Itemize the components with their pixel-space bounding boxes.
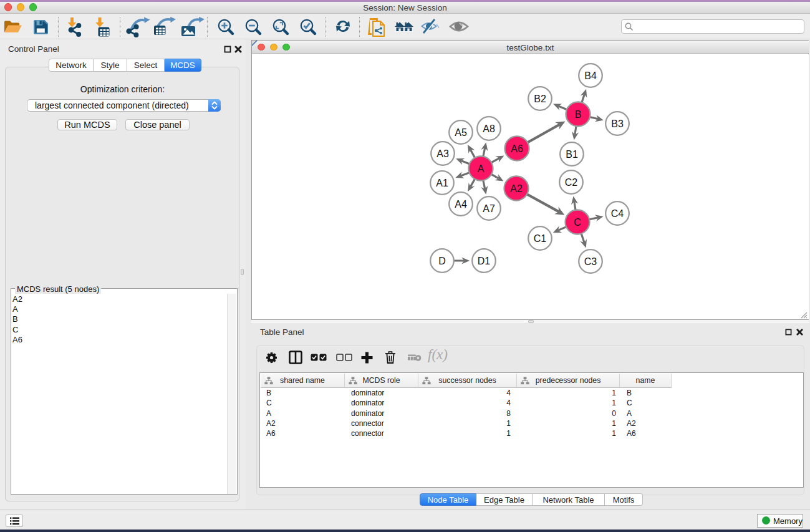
- svg-text:A5: A5: [455, 127, 467, 138]
- svg-text:C1: C1: [534, 233, 547, 244]
- svg-text:A3: A3: [436, 148, 449, 159]
- svg-text:A8: A8: [483, 123, 495, 134]
- svg-text:A2: A2: [510, 183, 523, 194]
- svg-text:B1: B1: [566, 149, 578, 160]
- svg-text:A4: A4: [455, 199, 467, 210]
- svg-text:D1: D1: [478, 256, 491, 266]
- svg-text:A1: A1: [436, 178, 448, 188]
- svg-text:C3: C3: [584, 256, 597, 267]
- svg-text:A7: A7: [483, 203, 495, 214]
- svg-text:B2: B2: [534, 94, 546, 104]
- svg-text:B: B: [575, 109, 582, 120]
- svg-text:C2: C2: [565, 177, 578, 188]
- svg-text:B4: B4: [584, 70, 597, 81]
- svg-text:C4: C4: [611, 208, 624, 219]
- svg-text:D: D: [438, 256, 446, 266]
- svg-text:C: C: [574, 217, 581, 228]
- svg-text:B3: B3: [611, 118, 624, 129]
- svg-text:A: A: [478, 163, 485, 174]
- svg-text:A6: A6: [511, 143, 523, 154]
